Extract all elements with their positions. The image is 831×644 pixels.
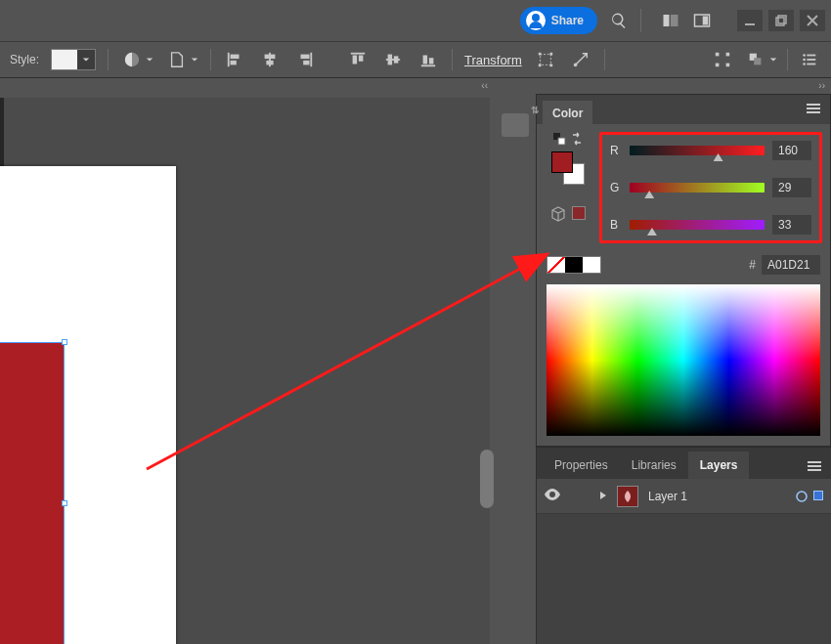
- r-value-input[interactable]: 160: [772, 141, 811, 160]
- list-menu-icon[interactable]: [798, 48, 821, 71]
- window-maximize-button[interactable]: [768, 10, 794, 31]
- comments-icon[interactable]: [502, 113, 529, 137]
- svg-rect-37: [754, 58, 761, 64]
- selected-rectangle[interactable]: [0, 342, 65, 644]
- warp-icon[interactable]: [569, 48, 592, 71]
- style-dropdown[interactable]: [51, 49, 96, 70]
- slider-b-track[interactable]: [630, 220, 765, 230]
- style-swatch-preview: [52, 50, 77, 69]
- align-center-v-icon[interactable]: [381, 48, 405, 71]
- fill-tool-dropdown[interactable]: [120, 48, 153, 71]
- svg-rect-35: [726, 64, 730, 67]
- svg-rect-6: [778, 16, 786, 23]
- layer-row[interactable]: Layer 1: [537, 479, 831, 514]
- g-value-input[interactable]: 29: [772, 178, 811, 197]
- svg-point-31: [574, 64, 578, 67]
- align-bottom-icon[interactable]: [416, 48, 440, 71]
- svg-rect-25: [429, 58, 434, 64]
- svg-rect-27: [539, 53, 542, 56]
- options-bar: Style: Transform: [0, 41, 831, 78]
- svg-rect-21: [388, 55, 393, 65]
- window-close-button[interactable]: [800, 10, 825, 31]
- rgb-sliders-highlight: R 160 G 29 B: [599, 132, 822, 243]
- shape-tool-dropdown[interactable]: [165, 48, 198, 71]
- b-value-input[interactable]: 33: [772, 215, 811, 235]
- share-button[interactable]: Share: [520, 7, 597, 34]
- slider-b: B 33: [610, 215, 811, 235]
- align-right-icon[interactable]: [293, 48, 317, 71]
- separator: [640, 9, 641, 32]
- slider-g: G 29: [610, 178, 811, 197]
- selection-handle[interactable]: [62, 339, 67, 345]
- align-center-h-icon[interactable]: [258, 48, 282, 71]
- grip-icon: ⇅: [531, 105, 539, 115]
- svg-rect-15: [301, 55, 310, 60]
- mini-swatches[interactable]: [547, 256, 601, 274]
- document-new-icon: [165, 48, 189, 71]
- panel-menu-button[interactable]: [803, 99, 824, 121]
- workspace-layout-icon[interactable]: [659, 9, 682, 32]
- slider-r-track[interactable]: [630, 146, 765, 155]
- svg-rect-23: [421, 64, 435, 66]
- canvas-area[interactable]: ‹‹: [0, 78, 494, 644]
- channel-g-label: G: [610, 181, 622, 194]
- workspace-layout-alt-icon[interactable]: [690, 9, 714, 32]
- svg-rect-10: [231, 61, 237, 65]
- layer-target-icons[interactable]: [796, 491, 823, 502]
- foreground-background-swatch[interactable]: [551, 151, 585, 185]
- arrange-icon: [744, 48, 767, 71]
- arrange-dropdown[interactable]: [744, 48, 777, 71]
- svg-rect-24: [423, 56, 428, 64]
- tab-libraries[interactable]: Libraries: [620, 451, 688, 479]
- slider-g-track[interactable]: [630, 183, 765, 193]
- channel-b-label: B: [610, 218, 622, 232]
- svg-point-38: [803, 54, 806, 57]
- tab-properties[interactable]: Properties: [543, 451, 620, 479]
- window-minimize-button[interactable]: [737, 10, 763, 31]
- svg-rect-28: [549, 53, 552, 56]
- hex-input[interactable]: A01D21: [762, 255, 820, 275]
- scrollbar-thumb[interactable]: [480, 450, 494, 508]
- expand-panel-icon[interactable]: ››: [818, 80, 825, 91]
- cube-icon[interactable]: [550, 206, 566, 225]
- separator: [210, 49, 211, 70]
- layer-thumbnail[interactable]: [617, 486, 638, 507]
- panel-menu-button[interactable]: [804, 456, 825, 479]
- collapse-panel-icon[interactable]: ‹‹: [481, 80, 488, 91]
- share-avatar-icon: [526, 11, 546, 30]
- cube-swatch[interactable]: [572, 206, 586, 220]
- color-tab[interactable]: ⇅ Color: [543, 101, 592, 126]
- selection-handle[interactable]: [62, 500, 67, 506]
- color-spectrum[interactable]: [547, 284, 820, 436]
- svg-rect-46: [807, 111, 820, 113]
- default-colors-icon[interactable]: [552, 132, 566, 146]
- svg-rect-19: [359, 56, 364, 62]
- svg-rect-13: [266, 61, 273, 65]
- swap-colors-icon[interactable]: [570, 132, 584, 146]
- foreground-color-swatch[interactable]: [551, 151, 573, 173]
- svg-rect-43: [807, 64, 815, 65]
- disclosure-icon[interactable]: [599, 490, 607, 503]
- separator: [604, 49, 605, 70]
- circle-gradient-icon: [120, 48, 144, 71]
- layer-name[interactable]: Layer 1: [648, 490, 786, 503]
- share-label: Share: [551, 14, 584, 27]
- svg-rect-3: [703, 17, 708, 25]
- align-left-icon[interactable]: [223, 48, 246, 71]
- free-transform-icon[interactable]: [534, 48, 557, 71]
- align-top-icon[interactable]: [346, 48, 370, 71]
- svg-point-52: [797, 492, 807, 501]
- svg-rect-44: [807, 104, 820, 106]
- svg-rect-22: [394, 56, 399, 63]
- grid-align-icon[interactable]: [711, 48, 734, 71]
- separator: [452, 49, 453, 70]
- svg-point-42: [803, 63, 806, 65]
- separator: [787, 49, 788, 70]
- svg-rect-39: [807, 55, 815, 57]
- svg-rect-8: [228, 53, 230, 66]
- visibility-icon[interactable]: [545, 489, 560, 503]
- tab-layers[interactable]: Layers: [688, 451, 750, 479]
- svg-rect-29: [539, 64, 542, 67]
- search-icon[interactable]: [607, 9, 631, 32]
- transform-menu[interactable]: Transform: [464, 53, 522, 67]
